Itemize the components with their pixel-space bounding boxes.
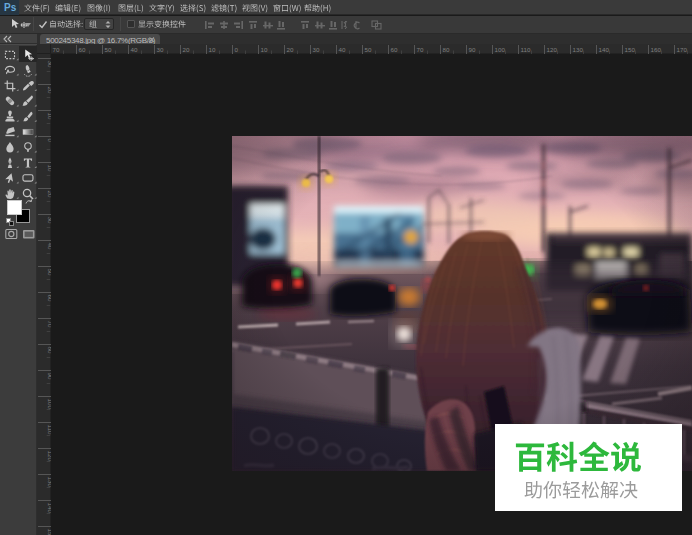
svg-text:20: 20 bbox=[287, 46, 294, 53]
svg-text:60: 60 bbox=[79, 46, 86, 53]
svg-text:80: 80 bbox=[443, 46, 450, 53]
svg-text:40: 40 bbox=[339, 46, 346, 53]
svg-text:10: 10 bbox=[209, 46, 216, 53]
svg-text:50: 50 bbox=[365, 46, 372, 53]
svg-text:160: 160 bbox=[651, 46, 662, 53]
svg-text:30: 30 bbox=[157, 46, 164, 53]
svg-text:120: 120 bbox=[547, 46, 558, 53]
svg-text:140: 140 bbox=[599, 46, 610, 53]
svg-text:60: 60 bbox=[391, 46, 398, 53]
svg-text:70: 70 bbox=[53, 46, 60, 53]
svg-text:20: 20 bbox=[183, 46, 190, 53]
svg-text:0: 0 bbox=[235, 46, 239, 53]
svg-text:100: 100 bbox=[495, 46, 506, 53]
svg-text:70: 70 bbox=[417, 46, 424, 53]
svg-text:10: 10 bbox=[261, 46, 268, 53]
svg-text:50: 50 bbox=[105, 46, 112, 53]
svg-text:30: 30 bbox=[313, 46, 320, 53]
svg-text:130: 130 bbox=[573, 46, 584, 53]
svg-text:40: 40 bbox=[131, 46, 138, 53]
svg-text:150: 150 bbox=[625, 46, 636, 53]
svg-text:170: 170 bbox=[677, 46, 688, 53]
svg-text:90: 90 bbox=[469, 46, 476, 53]
svg-text:110: 110 bbox=[521, 46, 531, 53]
